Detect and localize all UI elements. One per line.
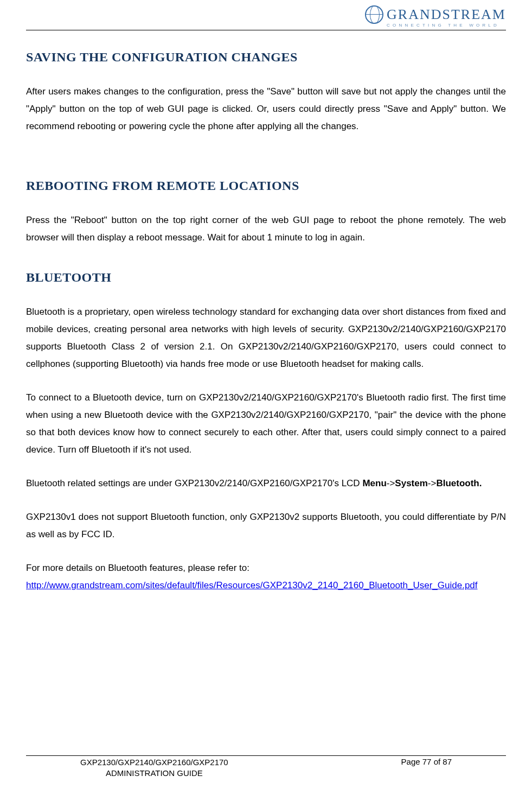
menu-path-arrow: -> (428, 478, 437, 488)
page-content: SAVING THE CONFIGURATION CHANGES After u… (26, 30, 506, 594)
paragraph-bluetooth-4: GXP2130v1 does not support Bluetooth fun… (26, 508, 506, 543)
heading-bluetooth: BLUETOOTH (26, 270, 506, 285)
menu-path-arrow: -> (387, 478, 395, 488)
brand-name: GRANDSTREAM (387, 7, 506, 23)
text-settings-prefix: Bluetooth related settings are under GXP… (26, 478, 362, 488)
footer-doc-line1: GXP2130/GXP2140/GXP2160/GXP2170 (80, 757, 228, 768)
menu-path-bluetooth: Bluetooth. (436, 478, 482, 488)
header-logo: GRANDSTREAM CONNECTING THE WORLD (26, 5, 506, 29)
heading-rebooting: REBOOTING FROM REMOTE LOCATIONS (26, 179, 506, 193)
footer-divider (26, 755, 506, 756)
paragraph-bluetooth-3: Bluetooth related settings are under GXP… (26, 475, 506, 492)
footer-page-number: Page 77 of 87 (401, 757, 452, 766)
page-footer: GXP2130/GXP2140/GXP2160/GXP2170 ADMINIST… (26, 755, 506, 779)
paragraph-saving-config: After users makes changes to the configu… (26, 83, 506, 135)
paragraph-bluetooth-2: To connect to a Bluetooth device, turn o… (26, 389, 506, 459)
menu-path-system: System (395, 478, 427, 488)
paragraph-bluetooth-1: Bluetooth is a proprietary, open wireles… (26, 303, 506, 373)
heading-saving-config: SAVING THE CONFIGURATION CHANGES (26, 50, 506, 65)
footer-doc-line2: ADMINISTRATION GUIDE (80, 768, 228, 779)
logo: GRANDSTREAM CONNECTING THE WORLD (365, 5, 506, 28)
brand-tagline: CONNECTING THE WORLD (365, 23, 506, 28)
bluetooth-guide-link[interactable]: http://www.grandstream.com/sites/default… (26, 580, 478, 590)
globe-icon (365, 5, 383, 24)
paragraph-bluetooth-5: For more details on Bluetooth features, … (26, 559, 506, 577)
paragraph-rebooting: Press the "Reboot" button on the top rig… (26, 212, 506, 246)
menu-path-menu: Menu (362, 478, 386, 488)
footer-doc-title: GXP2130/GXP2140/GXP2160/GXP2170 ADMINIST… (80, 757, 228, 779)
